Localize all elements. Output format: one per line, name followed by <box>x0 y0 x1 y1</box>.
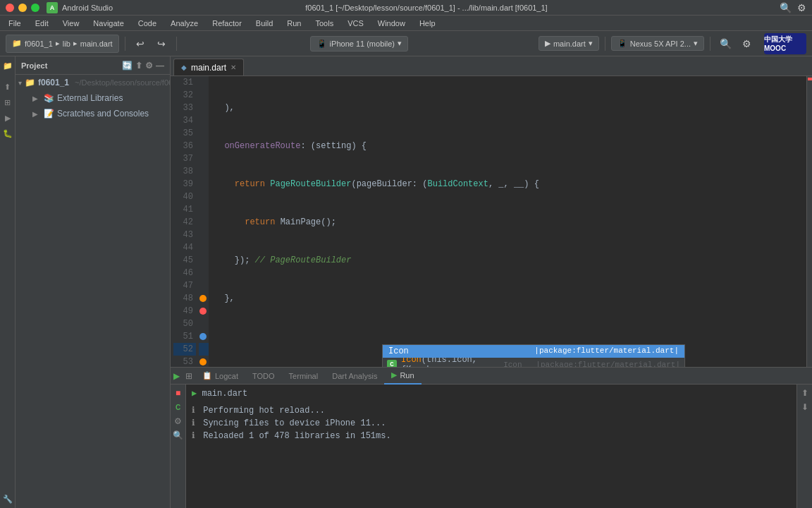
app-label: A Android Studio <box>47 2 187 13</box>
tab-main-dart[interactable]: ◆ main.dart ✕ <box>173 59 244 75</box>
menu-help[interactable]: Help <box>417 18 438 29</box>
menu-window[interactable]: Window <box>375 18 408 29</box>
bp-42 <box>199 216 209 229</box>
root-label: f0601_1 <box>38 78 69 87</box>
breakpoint-51[interactable] <box>199 333 207 340</box>
window-title: f0601_1 [~/Desktop/lesson/source/f0601_1… <box>187 4 665 12</box>
bp-53 <box>199 356 209 367</box>
avd-arrow: ▾ <box>694 39 698 48</box>
menu-edit[interactable]: Edit <box>32 18 51 29</box>
run-filter-icon[interactable]: 🔍 <box>173 430 184 441</box>
menu-build[interactable]: Build <box>253 18 276 29</box>
close-panel-icon[interactable]: — <box>156 61 164 71</box>
menu-tools[interactable]: Tools <box>312 18 336 29</box>
tab-run[interactable]: ▶ Run <box>384 368 421 385</box>
ln-51: 51 <box>173 330 196 343</box>
menu-view[interactable]: View <box>60 18 82 29</box>
settings-button[interactable]: ⚙ <box>737 35 756 53</box>
file-label: main.dart <box>80 40 113 48</box>
code-container[interactable]: 31 32 33 34 35 36 37 38 39 40 41 42 43 4… <box>171 76 812 367</box>
tree-item-root[interactable]: ▾ 📁 f0601_1 ~/Desktop/lesson/source/f060… <box>16 75 170 90</box>
activity-commit[interactable]: ⬆ <box>1 80 14 93</box>
run-indicator-icon: ▶ <box>173 371 180 381</box>
sync-icon[interactable]: 🔄 <box>122 61 133 71</box>
scroll-down-icon[interactable]: ⬇ <box>799 401 811 413</box>
project-icon: 📁 <box>12 39 22 48</box>
bp-33 <box>199 102 209 114</box>
run-config-icon: ▶ <box>545 39 550 48</box>
project-label: f0601_1 <box>25 40 53 48</box>
code-editor[interactable]: ), onGenerateRoute: (setting) { return P… <box>209 76 806 367</box>
menu-run[interactable]: Run <box>284 18 304 29</box>
tab-bar: ◆ main.dart ✕ <box>171 56 812 76</box>
minimize-button[interactable] <box>18 4 27 12</box>
device-dropdown-icon: ▾ <box>398 39 402 48</box>
run-label: Run <box>400 371 414 380</box>
undo-button[interactable]: ↩ <box>131 35 149 53</box>
tab-label: main.dart <box>191 63 226 73</box>
code-line-37 <box>214 330 801 343</box>
bp-46 <box>199 267 209 279</box>
module-label: lib <box>63 40 70 48</box>
console-text-2: Syncing files to device iPhone 11... <box>203 418 386 428</box>
right-side-icons: ⬆ ⬇ <box>796 385 812 508</box>
ln-39: 39 <box>173 178 196 190</box>
avd-selector[interactable]: 📱 Nexus 5X API 2... ▾ <box>611 36 704 51</box>
project-selector[interactable]: 📁 f0601_1 ▸ lib ▸ main.dart <box>6 35 119 53</box>
close-button[interactable] <box>6 4 14 12</box>
ac-item-icon[interactable]: C Icon(this.icon, {Key ke... Icon |packa… <box>383 358 684 367</box>
run-config-selector[interactable]: ▶ main.dart ▾ <box>539 36 599 51</box>
menu-vcs[interactable]: VCS <box>345 18 367 29</box>
run-stop-icon[interactable]: ■ <box>173 387 184 399</box>
bp-41 <box>199 203 209 216</box>
menu-code[interactable]: Code <box>135 18 159 29</box>
run-console-icon[interactable]: C <box>173 401 184 413</box>
avd-icon: 📱 <box>617 39 627 48</box>
main-layout: 📁 ⬆ ⊞ ▶ 🐛 🔧 Project 🔄 ⬆ ⚙ — ▾ 📁 f0601_1 … <box>0 56 812 508</box>
tree-item-external[interactable]: ▶ 📚 External Libraries <box>16 90 170 106</box>
ln-42: 42 <box>173 216 196 229</box>
search-button[interactable]: 🔍 <box>716 35 734 53</box>
terminal-label: Terminal <box>289 372 319 380</box>
tab-todo[interactable]: TODO <box>245 368 282 385</box>
panel-title: Project <box>21 61 47 70</box>
bp-45 <box>199 254 209 267</box>
titlebar-icons: 🔍 ⚙ <box>665 2 806 13</box>
run-settings-icon[interactable]: ⚙ <box>173 416 184 427</box>
code-line-34: return MainPage(); <box>214 216 801 229</box>
gear-icon[interactable]: ⚙ <box>145 61 153 71</box>
breakpoint-53[interactable] <box>199 358 207 365</box>
tab-close-icon[interactable]: ✕ <box>230 64 236 71</box>
activity-project[interactable]: 📁 <box>1 59 14 72</box>
ac-name-icon: Icon(this.icon, {Key ke... <box>401 358 499 367</box>
bp-38 <box>199 165 209 178</box>
activity-terminal[interactable]: ⊞ <box>1 96 14 109</box>
maximize-button[interactable] <box>31 4 39 12</box>
menu-file[interactable]: File <box>6 18 24 29</box>
run-tab-icon: ▶ <box>391 370 397 380</box>
external-label: External Libraries <box>57 93 123 103</box>
scroll-up-icon[interactable]: ⬆ <box>799 387 811 399</box>
window-controls[interactable] <box>6 4 39 12</box>
ln-36: 36 <box>173 140 196 152</box>
breakpoint-49[interactable] <box>199 308 207 315</box>
device-selector[interactable]: 📱 iPhone 11 (mobile) ▾ <box>310 36 408 52</box>
todo-label: TODO <box>252 372 275 380</box>
console-output: ▶ main.dart ℹ Performing hot reload... ℹ… <box>186 385 796 508</box>
logcat-label: Logcat <box>215 372 238 380</box>
menu-analyze[interactable]: Analyze <box>168 18 201 29</box>
activity-debug[interactable]: 🐛 <box>1 127 14 140</box>
tab-logcat[interactable]: 📋 Logcat <box>195 368 245 385</box>
menu-navigate[interactable]: Navigate <box>90 18 126 29</box>
menu-refactor[interactable]: Refactor <box>209 18 245 29</box>
autocomplete-popup[interactable]: Icon |package:flutter/material.dart| C I… <box>382 344 685 367</box>
tab-dart-analysis[interactable]: Dart Analysis <box>325 368 384 385</box>
collapse-icon[interactable]: ⬆ <box>135 61 142 71</box>
ln-50: 50 <box>173 318 196 330</box>
tree-item-scratches[interactable]: ▶ 📝 Scratches and Consoles <box>16 106 170 121</box>
tab-terminal[interactable]: Terminal <box>282 368 326 385</box>
activity-run[interactable]: ▶ <box>1 111 14 124</box>
activity-gradle[interactable]: 🔧 <box>1 492 14 505</box>
redo-button[interactable]: ↪ <box>152 35 171 53</box>
breakpoint-48[interactable] <box>199 295 207 302</box>
